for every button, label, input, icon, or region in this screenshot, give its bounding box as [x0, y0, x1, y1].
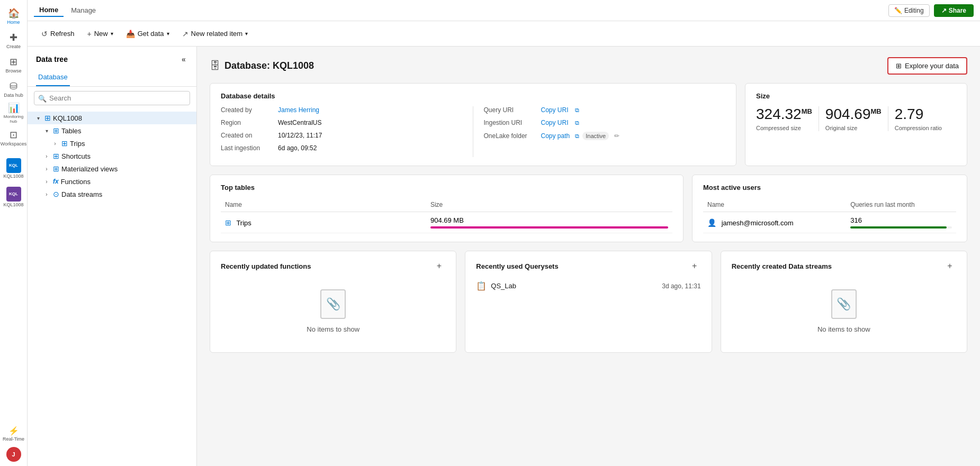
nav-browse[interactable]: ⊞ Browse: [2, 53, 25, 76]
monitoring-icon: 📊: [8, 102, 20, 114]
top-bar-actions: ✏️ Editing ↗ Share: [888, 4, 974, 17]
region-value: WestCentralUS: [278, 119, 321, 126]
tab-home[interactable]: Home: [34, 4, 64, 17]
nav-realtime[interactable]: ⚡ Real-Time: [2, 424, 25, 444]
onelake-edit-icon[interactable]: ✏: [614, 132, 619, 140]
tree-item-tables[interactable]: ▾ ⊞ Tables: [28, 124, 196, 137]
editing-button[interactable]: ✏️ Editing: [888, 4, 930, 17]
chevron-down-icon-3: ▾: [245, 31, 248, 36]
datastream-paperclip-icon: 📎: [837, 297, 851, 311]
datastreams-card-header: Recently created Data streams +: [732, 260, 956, 272]
tree-item-kql1008[interactable]: ▾ ⊞ KQL1008: [28, 112, 196, 124]
qs-lab-item[interactable]: 📋 QS_Lab 3d ago, 11:31: [476, 279, 700, 293]
tree-label-trips: Trips: [70, 140, 192, 148]
tree-item-shortcuts[interactable]: › ⊞ Shortcuts: [28, 150, 196, 162]
search-input[interactable]: [34, 91, 190, 105]
size-metrics: 324.32MB Compressed size 904.69MB Origin…: [756, 106, 956, 131]
original-size-value: 904.69MB: [825, 106, 882, 123]
page-title: Database: KQL1008: [224, 60, 314, 71]
compression-ratio-label: Compression ratio: [895, 125, 950, 131]
users-col-name-header: Name: [703, 198, 846, 212]
created-by-value[interactable]: James Herring: [278, 106, 319, 114]
active-users-title: Most active users: [703, 184, 956, 191]
last-ingestion-value: 6d ago, 09:52: [278, 144, 317, 152]
table-grid-icon: ⊞: [225, 218, 231, 227]
compressed-size-label: Compressed size: [756, 125, 812, 131]
sidebar-tree: ▾ ⊞ KQL1008 ▾ ⊞ Tables › ⊞ Trips: [28, 109, 196, 466]
compressed-size-value: 324.32MB: [756, 106, 812, 123]
left-navigation: 🏠 Home ✚ Create ⊞ Browse ⛁ Data hub 📊 Mo…: [0, 0, 28, 466]
created-on-value: 10/12/23, 11:17: [278, 132, 322, 139]
sidebar-collapse-button[interactable]: «: [177, 53, 190, 66]
functions-add-button[interactable]: +: [433, 260, 445, 272]
page-header: 🗄 Database: KQL1008 ⊞ Explore your data: [210, 57, 967, 75]
users-col-queries-header: Queries run last month: [846, 198, 956, 212]
share-button[interactable]: ↗ Share: [934, 4, 974, 17]
querysets-card-title: Recently used Querysets: [476, 262, 558, 270]
functions-no-items: 📎 No items to show: [221, 279, 445, 344]
user-name-cell: 👤 jamesh@microsoft.com: [703, 212, 846, 233]
bottom-cards-row: Recently updated functions + 📎 No items …: [210, 251, 967, 353]
get-data-button[interactable]: 📥 Get data ▾: [121, 27, 175, 41]
col-size-header: Size: [426, 198, 672, 212]
compression-ratio-metric: 2.79 Compression ratio: [888, 106, 956, 131]
last-ingestion-label: Last ingestion: [221, 144, 274, 152]
matviews-icon: ⊞: [53, 165, 59, 173]
qs-item-icon: 📋: [476, 281, 487, 291]
nav-kql1008-b[interactable]: KQL KQL1008: [2, 185, 25, 208]
ingestion-uri-label: Ingestion URI: [484, 119, 537, 126]
new-button[interactable]: + New ▾: [82, 27, 119, 41]
datastreams-empty-icon: 📎: [831, 289, 857, 319]
datastreams-icon: ⊙: [53, 190, 59, 198]
db-details-right-col: Query URI Copy URI ⧉ Ingestion URI Copy …: [473, 106, 726, 157]
inactive-badge[interactable]: Inactive: [582, 132, 609, 140]
created-by-label: Created by: [221, 106, 274, 114]
tree-item-trips[interactable]: › ⊞ Trips: [28, 137, 196, 150]
user-avatar[interactable]: J: [6, 447, 21, 462]
onelake-folder-row: OneLake folder Copy path ⧉ Inactive ✏: [484, 132, 726, 140]
querysets-add-button[interactable]: +: [688, 260, 701, 272]
tab-manage[interactable]: Manage: [66, 4, 101, 16]
tree-item-materialized-views[interactable]: › ⊞ Materialized views: [28, 162, 196, 175]
nav-home[interactable]: 🏠 Home: [2, 4, 25, 28]
nav-monitoring-hub[interactable]: 📊 Monitoringhub: [2, 102, 25, 125]
tab-database[interactable]: Database: [36, 70, 70, 86]
top-bar-tabs: Home Manage: [34, 4, 101, 17]
compressed-size-metric: 324.32MB Compressed size: [756, 106, 819, 131]
refresh-button[interactable]: ↺ Refresh: [36, 27, 80, 41]
sidebar-search-container: 🔍: [28, 87, 196, 109]
onelake-copy[interactable]: Copy path: [541, 132, 570, 140]
create-icon: ✚: [10, 32, 17, 43]
tree-item-functions[interactable]: › fx Functions: [28, 175, 196, 188]
table-row[interactable]: ⊞ Trips 904.69 MB: [221, 212, 672, 233]
table-name-cell: ⊞ Trips: [221, 212, 426, 233]
tree-item-datastreams[interactable]: › ⊙ Data streams: [28, 188, 196, 200]
datastreams-add-button[interactable]: +: [943, 260, 956, 272]
new-related-item-button[interactable]: ↗ New related item ▾: [177, 27, 254, 41]
nav-workspaces[interactable]: ⊡ Workspaces: [2, 126, 25, 149]
created-by-row: Created by James Herring: [221, 106, 462, 114]
expand-icon-tables: ▾: [42, 126, 51, 135]
ingestion-uri-row: Ingestion URI Copy URI ⧉: [484, 119, 726, 126]
nav-kql1008-a[interactable]: KQL KQL1008: [2, 157, 25, 180]
ingestion-uri-copy[interactable]: Copy URI: [541, 119, 569, 126]
expand-icon-datastreams: ›: [42, 190, 51, 198]
functions-empty-icon: 📎: [320, 289, 346, 319]
original-size-metric: 904.69MB Original size: [819, 106, 888, 131]
onelake-copy-icon[interactable]: ⧉: [575, 133, 579, 140]
explore-your-data-button[interactable]: ⊞ Explore your data: [887, 57, 967, 75]
tree-label-datastreams: Data streams: [61, 190, 192, 198]
query-uri-row: Query URI Copy URI ⧉: [484, 106, 726, 114]
nav-create[interactable]: ✚ Create: [2, 29, 25, 52]
plus-icon: +: [87, 30, 92, 38]
query-uri-copy-icon[interactable]: ⧉: [575, 107, 579, 114]
region-row: Region WestCentralUS: [221, 119, 462, 126]
db-details-title: Database details: [221, 92, 725, 100]
qs-lab-time: 3d ago, 11:31: [662, 282, 700, 290]
user-row[interactable]: 👤 jamesh@microsoft.com 316: [703, 212, 956, 233]
pencil-icon: ✏️: [894, 7, 902, 14]
ingestion-uri-copy-icon[interactable]: ⧉: [575, 120, 579, 126]
query-uri-copy[interactable]: Copy URI: [541, 106, 569, 114]
tree-label-tables: Tables: [61, 127, 192, 135]
nav-datahub[interactable]: ⛁ Data hub: [2, 77, 25, 100]
